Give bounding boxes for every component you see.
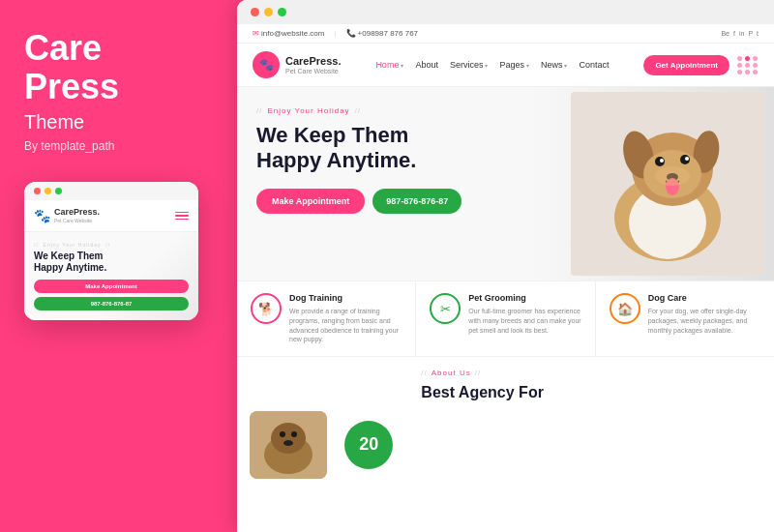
mobile-dot-yellow <box>45 188 51 194</box>
brand-line1: Care <box>24 28 102 68</box>
hero-phone-button[interactable]: 987-876-876-87 <box>372 189 461 214</box>
dog-training-title: Dog Training <box>289 293 402 303</box>
nav-logo-sub: Pet Care Website <box>285 68 342 74</box>
browser-content: ✉ info@website.com | 📞 +098987 876 767 B… <box>237 24 774 532</box>
svg-point-19 <box>283 440 293 446</box>
nav-menu: Home ▾ About Services ▾ Pages ▾ News ▾ C… <box>375 60 609 70</box>
svg-point-17 <box>280 431 285 437</box>
nav-item-contact[interactable]: Contact <box>579 60 609 70</box>
facebook-icon[interactable]: f <box>733 30 735 37</box>
nav-item-services[interactable]: Services ▾ <box>450 60 489 70</box>
nav-item-news[interactable]: News ▾ <box>541 60 568 70</box>
mobile-hero: // Enjoy Your Holiday // We Keep Them Ha… <box>24 232 198 320</box>
mobile-logo: 🐾 CarePress. Pet Care Website <box>34 208 100 223</box>
left-panel: Care Press Theme By template_path 🐾 Care… <box>0 0 223 532</box>
social-icons: Be f in P t <box>721 30 759 37</box>
make-appointment-button[interactable]: Make Appointment <box>256 189 365 214</box>
mobile-hero-title: We Keep Them Happy Anytime. <box>34 251 189 274</box>
phone-icon: 📞 <box>346 29 356 38</box>
nav-item-pages[interactable]: Pages ▾ <box>499 60 529 70</box>
mobile-phone-number: 987-876-876-87 <box>34 297 189 310</box>
mobile-preview-card: 🐾 CarePress. Pet Care Website // Enjoy Y… <box>24 182 198 320</box>
dog-care-icon: 🏠 <box>610 293 640 324</box>
behance-icon[interactable]: Be <box>721 30 729 37</box>
about-tagline: // About Us // <box>421 369 759 377</box>
dog-care-desc: For your dog, we offer single-day packag… <box>648 307 760 335</box>
service-dog-training: 🐕 Dog Training We provide a range of tra… <box>237 281 416 356</box>
email-address: info@website.com <box>261 29 324 38</box>
hero-left: // Enjoy Your Holiday // We Keep Them Ha… <box>256 106 755 214</box>
service-dog-care: 🏠 Dog Care For your dog, we offer single… <box>596 281 774 356</box>
about-section: // About Us // Best Agency For <box>405 357 774 532</box>
mobile-paw-icon: 🐾 <box>34 208 50 223</box>
mobile-nav: 🐾 CarePress. Pet Care Website <box>24 200 198 232</box>
site-nav: 🐾 CarePress. Pet Care Website Home ▾ Abo… <box>237 44 774 87</box>
hero-actions: Make Appointment 987-876-876-87 <box>256 189 755 214</box>
twitter-icon[interactable]: t <box>757 30 759 37</box>
mobile-topbar <box>24 182 198 200</box>
browser-dot-green <box>278 8 286 16</box>
brand-line2: Press <box>24 67 119 106</box>
services-section: 🐕 Dog Training We provide a range of tra… <box>237 281 774 356</box>
brand-name: Care Press Theme By template_path <box>24 29 119 182</box>
number-badge: 20 <box>344 421 393 469</box>
brand-subtitle: Theme <box>24 111 119 133</box>
dog-training-icon: 🐕 <box>251 293 282 324</box>
pinterest-icon[interactable]: P <box>748 30 753 37</box>
dog-thumbnail <box>250 411 327 479</box>
phone-contact: 📞 +098987 876 767 <box>346 29 419 38</box>
dog-training-desc: We provide a range of training programs,… <box>289 307 402 344</box>
svg-point-16 <box>271 423 306 454</box>
mobile-logo-sub: Pet Care Website <box>54 218 100 223</box>
hero-tagline: // Enjoy Your Holiday // <box>256 106 755 115</box>
dog-care-title: Dog Care <box>648 293 760 303</box>
bottom-image-area: 20 <box>237 357 405 532</box>
email-contact: ✉ info@website.com <box>253 29 324 38</box>
bottom-strip: 20 // About Us // Best Agency For <box>237 356 774 532</box>
mobile-tagline: // Enjoy Your Holiday // <box>34 242 189 248</box>
pet-grooming-title: Pet Grooming <box>468 293 580 303</box>
browser-topbar <box>237 0 774 24</box>
pet-grooming-icon: ✂ <box>430 293 461 324</box>
nav-item-home[interactable]: Home ▾ <box>375 60 403 70</box>
mobile-appointment-button[interactable]: Make Appointment <box>34 280 189 293</box>
nav-paw-icon: 🐾 <box>253 51 280 78</box>
mobile-logo-text: CarePress. <box>54 208 100 218</box>
hero-title: We Keep Them Happy Anytime. <box>256 123 755 174</box>
mobile-dot-green <box>55 188 62 194</box>
email-icon: ✉ <box>253 29 259 38</box>
pet-grooming-desc: Our full-time groomer has experience wit… <box>468 307 580 335</box>
browser-preview: ✉ info@website.com | 📞 +098987 876 767 B… <box>237 0 774 532</box>
brand-by: By template_path <box>24 139 119 153</box>
get-appointment-button[interactable]: Get Appointment <box>643 55 729 75</box>
svg-point-18 <box>291 431 297 437</box>
nav-decoration-dots <box>737 56 759 74</box>
about-title: Best Agency For <box>421 383 759 401</box>
hero-section: // Enjoy Your Holiday // We Keep Them Ha… <box>237 87 774 281</box>
phone-number: +098987 876 767 <box>358 29 419 38</box>
hamburger-icon[interactable] <box>175 212 189 221</box>
site-topbar: ✉ info@website.com | 📞 +098987 876 767 B… <box>237 24 774 44</box>
browser-dot-yellow <box>264 8 273 16</box>
nav-item-about[interactable]: About <box>415 60 438 70</box>
linkedin-icon[interactable]: in <box>739 30 744 37</box>
service-pet-grooming: ✂ Pet Grooming Our full-time groomer has… <box>416 281 595 356</box>
nav-logo-text: CarePress. <box>285 55 342 67</box>
browser-dot-red <box>251 8 259 16</box>
mobile-dot-red <box>34 188 41 194</box>
nav-logo: 🐾 CarePress. Pet Care Website <box>253 51 342 78</box>
